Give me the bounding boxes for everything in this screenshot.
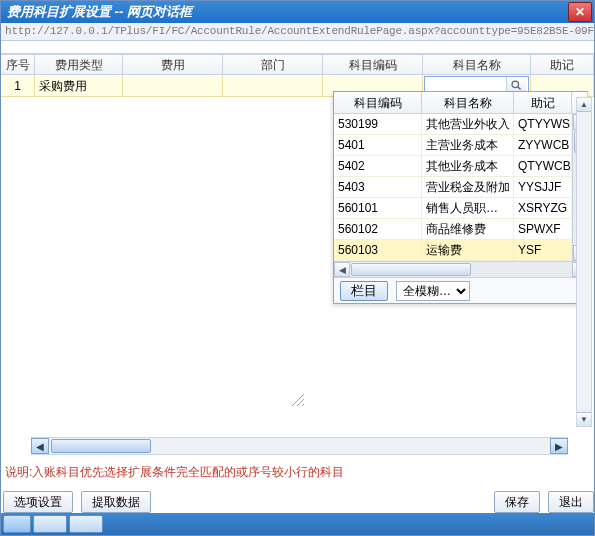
save-button[interactable]: 保存 xyxy=(494,491,540,513)
popup-cell-name: 主营业务成本 xyxy=(422,135,514,155)
svg-line-1 xyxy=(518,87,521,90)
cell-fee[interactable] xyxy=(123,75,223,96)
popup-cell-help: SPWXF xyxy=(514,219,572,239)
window-title: 费用科目扩展设置 -- 网页对话框 xyxy=(7,3,566,21)
main-area: 序号 费用类型 费用 部门 科目编码 科目名称 助记 1 采购费用 xyxy=(1,41,594,437)
hscroll-thumb[interactable] xyxy=(351,263,471,276)
url-bar: http://127.0.0.1/TPlus/FI/FC/AccountRule… xyxy=(1,23,594,41)
svg-line-5 xyxy=(292,394,304,406)
popup-cell-help: QTYWCB xyxy=(514,156,572,176)
popup-row[interactable]: 5402其他业务成本QTYWCB xyxy=(334,156,588,177)
popup-footer: 栏目 全模糊… xyxy=(334,277,588,303)
popup-row[interactable]: 530199其他营业外收入QTYYWS xyxy=(334,114,588,135)
dialog-window: 费用科目扩展设置 -- 网页对话框 ✕ http://127.0.0.1/TPl… xyxy=(0,0,595,536)
bottom-hscroll-track[interactable] xyxy=(49,438,550,454)
taskbar-item[interactable] xyxy=(69,515,103,533)
popup-cell-name: 其他营业外收入 xyxy=(422,114,514,134)
popup-cell-name: 商品维修费 xyxy=(422,219,514,239)
cell-seq: 1 xyxy=(1,75,35,96)
popup-cell-name: 运输费 xyxy=(422,240,514,260)
popup-cell-help: QTYYWS xyxy=(514,114,572,134)
popup-row[interactable]: 5403营业税金及附加YYSJJF xyxy=(334,177,588,198)
popup-cell-code: 530199 xyxy=(334,114,422,134)
popup-cell-code: 560102 xyxy=(334,219,422,239)
columns-button[interactable]: 栏目 xyxy=(340,281,388,301)
grid-header: 序号 费用类型 费用 部门 科目编码 科目名称 助记 xyxy=(1,53,594,75)
col-name[interactable]: 科目名称 xyxy=(423,55,531,74)
col-type[interactable]: 费用类型 xyxy=(35,55,123,74)
splitter-grip-icon[interactable] xyxy=(291,393,305,407)
popup-col-name[interactable]: 科目名称 xyxy=(422,92,514,113)
popup-cell-name: 销售人员职… xyxy=(422,198,514,218)
main-vscroll[interactable]: ▲ ▼ xyxy=(576,97,592,427)
fetch-data-button[interactable]: 提取数据 xyxy=(81,491,151,513)
popup-cell-help: ZYYWCB xyxy=(514,135,572,155)
col-rest[interactable]: 助记 xyxy=(531,55,594,74)
popup-cell-code: 5401 xyxy=(334,135,422,155)
popup-cell-code: 560103 xyxy=(334,240,422,260)
exit-button[interactable]: 退出 xyxy=(548,491,594,513)
cell-type[interactable]: 采购费用 xyxy=(35,75,123,96)
popup-col-help[interactable]: 助记 xyxy=(514,92,572,113)
popup-row[interactable]: 560103运输费YSF xyxy=(334,240,588,261)
main-scroll-down-icon[interactable]: ▼ xyxy=(577,412,591,426)
popup-row[interactable]: 560102商品维修费SPWXF xyxy=(334,219,588,240)
popup-cell-help: YSF xyxy=(514,240,572,260)
options-button[interactable]: 选项设置 xyxy=(3,491,73,513)
popup-row[interactable]: 560101销售人员职…XSRYZG xyxy=(334,198,588,219)
popup-hscroll[interactable]: ◀ ▶ xyxy=(334,261,588,277)
svg-line-7 xyxy=(302,404,304,406)
lookup-popup: 科目编码 科目名称 助记 530199其他营业外收入QTYYWS5401主营业务… xyxy=(333,91,588,304)
start-button[interactable] xyxy=(3,515,31,533)
bottom-scroll-right-icon[interactable]: ▶ xyxy=(550,438,568,454)
taskbar-item[interactable] xyxy=(33,515,67,533)
col-code[interactable]: 科目编码 xyxy=(323,55,423,74)
popup-cell-help: YYSJJF xyxy=(514,177,572,197)
popup-cell-help: XSRYZG xyxy=(514,198,572,218)
note-text: 说明:入账科目优先选择扩展条件完全匹配的或序号较小行的科目 xyxy=(5,465,425,479)
bottom-hscroll-thumb[interactable] xyxy=(51,439,151,453)
popup-cell-code: 5403 xyxy=(334,177,422,197)
close-button[interactable]: ✕ xyxy=(568,2,592,22)
cell-dept[interactable] xyxy=(223,75,323,96)
col-seq[interactable]: 序号 xyxy=(1,55,35,74)
scroll-left-icon[interactable]: ◀ xyxy=(334,262,350,277)
popup-body: 530199其他营业外收入QTYYWS5401主营业务成本ZYYWCB5402其… xyxy=(334,114,588,261)
match-mode-select[interactable]: 全模糊… xyxy=(396,281,470,301)
popup-header: 科目编码 科目名称 助记 xyxy=(334,92,588,114)
svg-point-0 xyxy=(512,81,519,88)
popup-col-code[interactable]: 科目编码 xyxy=(334,92,422,113)
hscroll-track[interactable] xyxy=(350,262,572,277)
bottom-hscroll[interactable]: ◀ ▶ xyxy=(31,437,568,455)
close-icon: ✕ xyxy=(575,5,585,19)
popup-cell-name: 其他业务成本 xyxy=(422,156,514,176)
popup-cell-code: 560101 xyxy=(334,198,422,218)
titlebar[interactable]: 费用科目扩展设置 -- 网页对话框 ✕ xyxy=(1,1,594,23)
bottom-scroll-left-icon[interactable]: ◀ xyxy=(31,438,49,454)
col-fee[interactable]: 费用 xyxy=(123,55,223,74)
main-scroll-up-icon[interactable]: ▲ xyxy=(577,98,591,112)
popup-row[interactable]: 5401主营业务成本ZYYWCB xyxy=(334,135,588,156)
col-dept[interactable]: 部门 xyxy=(223,55,323,74)
popup-cell-name: 营业税金及附加 xyxy=(422,177,514,197)
popup-cell-code: 5402 xyxy=(334,156,422,176)
taskbar[interactable] xyxy=(1,513,594,535)
